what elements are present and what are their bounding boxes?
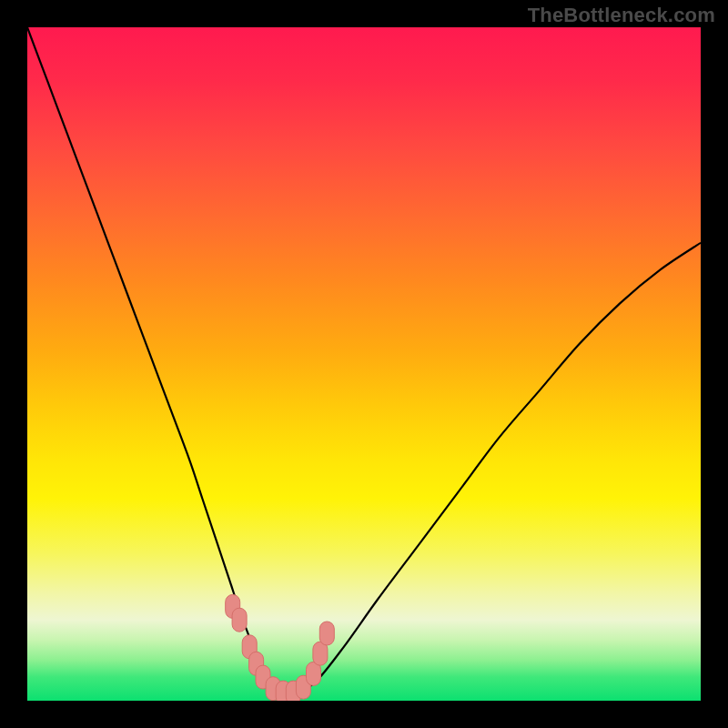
plot-overlay-svg [27, 27, 701, 701]
highlighted-point [319, 622, 334, 645]
bottleneck-curve [27, 27, 701, 695]
highlighted-point [232, 608, 247, 632]
watermark-text: TheBottleneck.com [528, 4, 715, 27]
chart-frame: TheBottleneck.com [0, 0, 728, 728]
highlighted-points-group [226, 594, 335, 701]
